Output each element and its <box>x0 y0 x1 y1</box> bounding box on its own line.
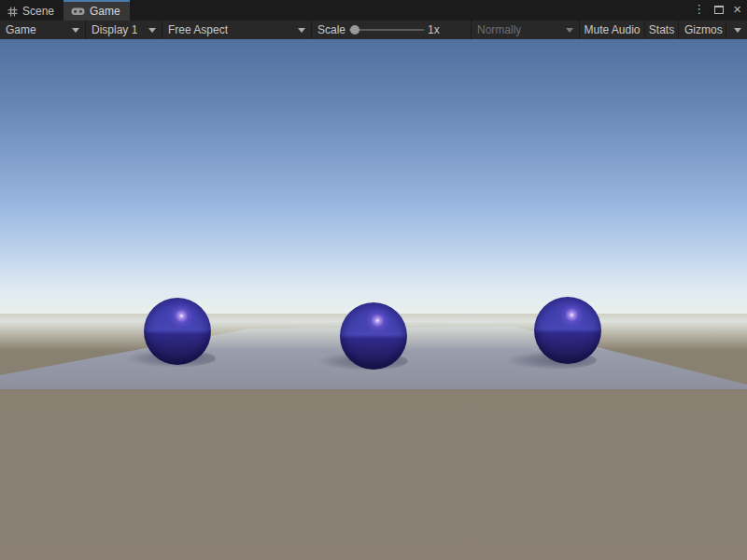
chevron-down-icon <box>734 28 741 33</box>
grid-icon <box>7 7 18 17</box>
slider-knob[interactable] <box>350 25 359 35</box>
aspect-ratio-label: Free Aspect <box>168 23 228 36</box>
chevron-down-icon <box>566 28 573 33</box>
game-mode-dropdown[interactable]: Game <box>0 21 86 39</box>
blue-sphere <box>534 297 601 364</box>
divider <box>726 23 726 36</box>
unity-game-view-window: Scene Game ⋮ × Game Display 1 <box>0 0 747 560</box>
scale-slider[interactable] <box>349 21 424 39</box>
maximize-icon[interactable] <box>714 6 724 14</box>
game-viewport[interactable] <box>0 39 747 560</box>
stats-button[interactable]: Stats <box>645 21 679 39</box>
gamepad-icon <box>71 7 85 16</box>
stats-label: Stats <box>649 23 674 36</box>
scale-control: Scale 1x <box>312 21 472 39</box>
slider-track <box>349 29 424 31</box>
display-label: Display 1 <box>92 23 137 36</box>
game-view-toolbar: Game Display 1 Free Aspect Scale 1x Norm… <box>0 21 747 39</box>
chevron-down-icon <box>148 28 156 33</box>
play-focus-dropdown[interactable]: Normally <box>472 21 580 39</box>
kebab-menu-icon[interactable]: ⋮ <box>693 0 705 19</box>
game-mode-label: Game <box>6 23 36 36</box>
blue-sphere <box>340 302 407 370</box>
gizmos-label: Gizmos <box>684 23 723 36</box>
tab-scene-label: Scene <box>22 5 54 18</box>
chevron-down-icon <box>298 28 305 33</box>
tab-bar: Scene Game ⋮ × <box>0 0 747 21</box>
tab-game[interactable]: Game <box>63 0 130 21</box>
window-controls: ⋮ × <box>693 0 741 19</box>
display-dropdown[interactable]: Display 1 <box>86 21 162 39</box>
skybox-gradient <box>0 39 747 315</box>
mute-audio-label: Mute Audio <box>584 23 640 36</box>
close-icon[interactable]: × <box>733 0 741 19</box>
tab-game-label: Game <box>90 5 120 18</box>
scale-value: 1x <box>428 23 440 36</box>
mute-audio-button[interactable]: Mute Audio <box>580 21 645 39</box>
tab-scene[interactable]: Scene <box>0 0 63 21</box>
blue-sphere <box>144 298 211 365</box>
scale-label: Scale <box>317 23 345 36</box>
gizmos-dropdown[interactable]: Gizmos <box>679 21 747 39</box>
play-focus-label: Normally <box>477 23 521 36</box>
chevron-down-icon <box>72 28 79 33</box>
aspect-ratio-dropdown[interactable]: Free Aspect <box>162 21 312 39</box>
